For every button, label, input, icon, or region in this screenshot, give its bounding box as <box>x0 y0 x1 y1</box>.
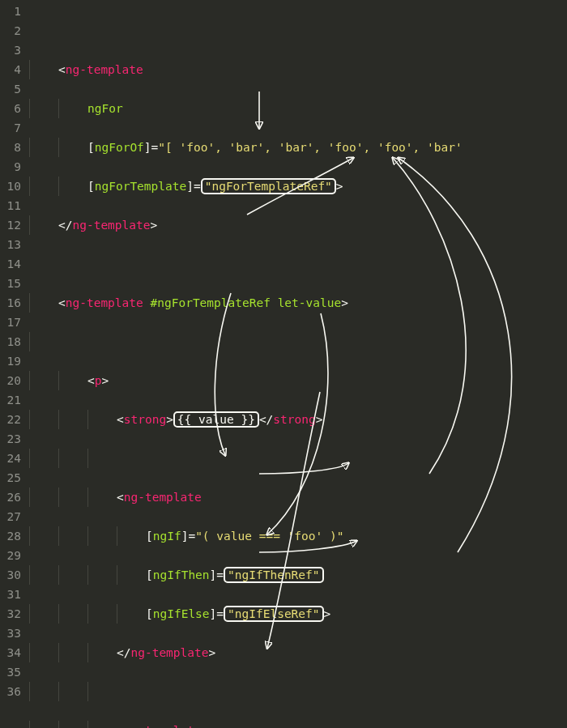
line-number: 21 <box>0 390 21 410</box>
line-number: 34 <box>0 643 21 662</box>
line-number: 22 <box>0 410 21 429</box>
code-area[interactable]: <ng-template ngFor [ngForOf]="[ 'foo', '… <box>29 0 567 728</box>
code-line[interactable]: [ngIf]="( value === 'foo' )" <box>29 526 567 546</box>
line-number: 2 <box>0 21 21 40</box>
line-number: 1 <box>0 2 21 21</box>
code-line[interactable]: [ngIfThen]="ngIfThenRef" <box>29 565 567 585</box>
line-number: 29 <box>0 546 21 565</box>
line-number: 26 <box>0 487 21 507</box>
line-number: 36 <box>0 682 21 701</box>
line-number: 27 <box>0 507 21 526</box>
line-number: 30 <box>0 565 21 585</box>
line-number: 12 <box>0 215 21 235</box>
code-editor: 1 2 3 4 5 6 7 8 9 10 11 12 13 14 15 16 1… <box>0 0 567 728</box>
line-number: 33 <box>0 624 21 643</box>
line-number: 6 <box>0 99 21 118</box>
line-number: 16 <box>0 293 21 313</box>
line-number: 5 <box>0 79 21 99</box>
line-number: 28 <box>0 526 21 546</box>
line-number: 13 <box>0 235 21 254</box>
code-line[interactable] <box>29 682 567 701</box>
line-number: 31 <box>0 585 21 604</box>
line-number-gutter: 1 2 3 4 5 6 7 8 9 10 11 12 13 14 15 16 1… <box>0 0 29 728</box>
line-number: 11 <box>0 196 21 215</box>
code-line[interactable]: <strong>{{ value }}</strong> <box>29 410 567 429</box>
line-number: 17 <box>0 313 21 332</box>
line-number: 3 <box>0 40 21 60</box>
line-number: 24 <box>0 449 21 468</box>
line-number: 4 <box>0 60 21 79</box>
code-line[interactable] <box>29 21 567 40</box>
line-number: 8 <box>0 138 21 157</box>
line-number: 10 <box>0 177 21 196</box>
boxed-ref-ngIfThenRef: "ngIfThenRef" <box>224 567 324 583</box>
line-number: 18 <box>0 332 21 351</box>
code-line[interactable]: [ngForOf]="[ 'foo', 'bar', 'bar', 'foo',… <box>29 138 567 157</box>
code-line[interactable]: <p> <box>29 371 567 390</box>
boxed-ref-ngForTemplateRef: "ngForTemplateRef" <box>201 178 336 194</box>
boxed-expr-value: {{ value }} <box>173 411 259 428</box>
code-line[interactable]: <ng-template <box>29 721 567 728</box>
code-line[interactable]: <ng-template #ngForTemplateRef let-value… <box>29 293 567 313</box>
code-line[interactable]: <ng-template <box>29 60 567 79</box>
line-number: 15 <box>0 274 21 293</box>
line-number: 23 <box>0 429 21 449</box>
code-line[interactable]: ngFor <box>29 99 567 118</box>
code-line[interactable]: [ngForTemplate]="ngForTemplateRef"> <box>29 177 567 196</box>
line-number: 32 <box>0 604 21 624</box>
line-number: 14 <box>0 254 21 274</box>
boxed-ref-ngIfElseRef: "ngIfElseRef" <box>224 606 324 622</box>
code-line[interactable] <box>29 449 567 468</box>
code-line[interactable]: </ng-template> <box>29 643 567 662</box>
code-line[interactable]: <ng-template <box>29 487 567 507</box>
line-number: 20 <box>0 371 21 390</box>
line-number: 19 <box>0 351 21 371</box>
line-number: 35 <box>0 662 21 682</box>
code-line[interactable] <box>29 254 567 274</box>
code-line[interactable] <box>29 332 567 351</box>
line-number: 7 <box>0 118 21 138</box>
code-line[interactable]: [ngIfElse]="ngIfElseRef"> <box>29 604 567 624</box>
code-line[interactable]: </ng-template> <box>29 215 567 235</box>
line-number: 9 <box>0 157 21 177</box>
line-number: 25 <box>0 468 21 487</box>
